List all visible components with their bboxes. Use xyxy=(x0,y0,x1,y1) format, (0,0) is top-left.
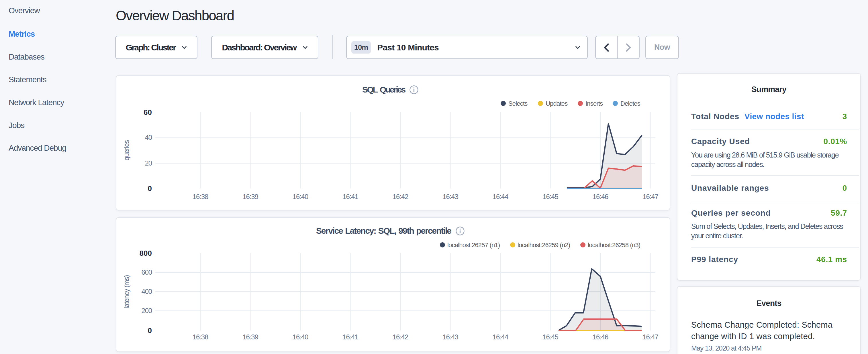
svg-text:Selects: Selects xyxy=(508,100,528,107)
svg-text:600: 600 xyxy=(142,268,152,276)
svg-text:16:40: 16:40 xyxy=(292,333,308,341)
svg-text:latency (ms): latency (ms) xyxy=(123,275,130,309)
svg-text:16:43: 16:43 xyxy=(442,333,458,341)
svg-text:16:38: 16:38 xyxy=(192,193,208,200)
svg-text:16:43: 16:43 xyxy=(442,193,458,200)
svg-text:16:39: 16:39 xyxy=(242,193,258,200)
svg-text:60: 60 xyxy=(144,108,152,117)
svg-text:0: 0 xyxy=(148,326,152,335)
svg-text:16:38: 16:38 xyxy=(192,333,208,341)
svg-text:16:47: 16:47 xyxy=(643,193,658,200)
svg-text:0: 0 xyxy=(148,184,152,193)
svg-text:200: 200 xyxy=(142,307,152,315)
svg-text:40: 40 xyxy=(145,133,152,141)
svg-text:16:41: 16:41 xyxy=(342,193,358,200)
svg-text:16:46: 16:46 xyxy=(593,333,608,341)
svg-text:16:47: 16:47 xyxy=(643,333,658,341)
svg-text:16:46: 16:46 xyxy=(593,193,608,200)
svg-text:queries: queries xyxy=(123,140,130,161)
svg-text:16:44: 16:44 xyxy=(493,333,508,341)
svg-text:16:44: 16:44 xyxy=(493,193,508,200)
svg-text:localhost:26257 (n1): localhost:26257 (n1) xyxy=(447,242,500,249)
svg-text:16:40: 16:40 xyxy=(292,193,308,200)
svg-text:16:42: 16:42 xyxy=(393,333,408,341)
svg-text:Updates: Updates xyxy=(546,100,568,107)
svg-text:400: 400 xyxy=(142,288,152,295)
svg-text:800: 800 xyxy=(140,249,152,257)
svg-text:16:41: 16:41 xyxy=(342,333,358,341)
svg-text:16:45: 16:45 xyxy=(542,193,558,200)
svg-text:Inserts: Inserts xyxy=(585,100,603,107)
svg-text:16:45: 16:45 xyxy=(542,333,558,341)
svg-text:20: 20 xyxy=(145,159,152,167)
svg-text:16:39: 16:39 xyxy=(242,333,258,341)
svg-text:Deletes: Deletes xyxy=(620,100,641,107)
svg-text:16:42: 16:42 xyxy=(393,193,408,200)
svg-text:localhost:26259 (n2): localhost:26259 (n2) xyxy=(518,242,570,249)
svg-text:localhost:26258 (n3): localhost:26258 (n3) xyxy=(588,242,640,249)
